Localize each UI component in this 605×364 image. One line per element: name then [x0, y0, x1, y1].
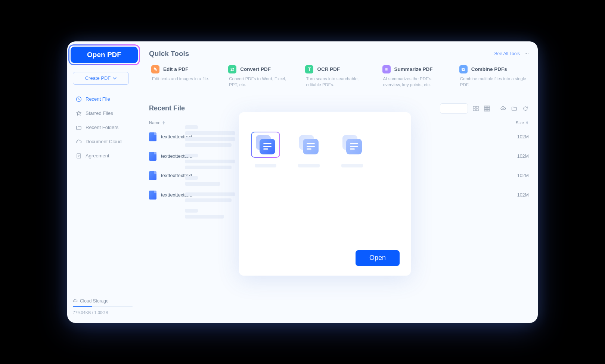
tool-title: Edit a PDF: [163, 66, 189, 72]
cloud-icon: [76, 139, 82, 145]
folder-open-icon[interactable]: [511, 105, 518, 112]
tool-desc: Edit texts and images in a file.: [151, 76, 218, 82]
tool-convert-pdf[interactable]: ⇄Convert PDF Convert PDFs to Word, Excel…: [226, 65, 298, 91]
nav-item-recent-file[interactable]: Recent File: [73, 93, 133, 106]
skeleton-group: [185, 154, 246, 169]
col-size-label: Size: [516, 120, 524, 125]
tool-desc: AI summarizes the PDF's overview, key po…: [382, 76, 450, 88]
pdf-file-icon: [149, 152, 156, 161]
highlight-ring: [68, 44, 140, 65]
see-all-tools-area: See All Tools ⋯: [494, 51, 529, 56]
svg-rect-12: [484, 110, 486, 111]
clock-icon: [76, 96, 82, 102]
pencil-icon: ✎: [151, 65, 159, 73]
tool-desc: Turn scans into searchable, editable PDF…: [305, 76, 372, 88]
app-window: Open PDF Create PDF Recent File Starred …: [67, 41, 538, 323]
document-icon: [251, 132, 280, 158]
modal-file-item[interactable]: [294, 132, 323, 167]
cloud-storage-label-row: Cloud Storage: [73, 298, 133, 304]
skeleton-panel: [185, 125, 246, 219]
nav-label: Starred Files: [86, 110, 113, 116]
combine-icon: ⧉: [459, 65, 468, 73]
cloud-upload-icon[interactable]: [500, 105, 506, 112]
tool-title: Summarize PDF: [394, 66, 433, 72]
pdf-file-icon: [149, 191, 156, 200]
create-pdf-button[interactable]: Create PDF: [73, 72, 129, 85]
quick-tools-title: Quick Tools: [149, 50, 189, 58]
summarize-icon: ≡: [382, 65, 391, 73]
tool-title: Combine PDFs: [471, 66, 507, 72]
convert-icon: ⇄: [228, 65, 236, 73]
col-name-label: Name: [149, 120, 161, 125]
file-label-placeholder: [255, 164, 276, 167]
see-all-tools-link[interactable]: See All Tools: [494, 51, 520, 56]
modal-file-grid: [251, 132, 399, 167]
list-view-icon[interactable]: [472, 105, 479, 112]
svg-rect-6: [484, 106, 486, 107]
tool-combine-pdfs[interactable]: ⧉Combine PDFs Combine multiple files int…: [457, 65, 529, 91]
skeleton-group: [185, 209, 246, 219]
nav-item-recent-folders[interactable]: Recent Folders: [73, 121, 133, 134]
skeleton-group: [185, 125, 246, 147]
document-icon: [294, 132, 323, 158]
tool-title: OCR PDF: [317, 66, 340, 72]
recent-title: Recent File: [149, 104, 185, 112]
file-size: 102M: [499, 173, 529, 178]
col-size-header[interactable]: Size▲▼: [499, 120, 529, 125]
nav-item-starred-files[interactable]: Starred Files: [73, 107, 133, 120]
tool-summarize-pdf[interactable]: ≡Summarize PDF AI summarizes the PDF's o…: [380, 65, 452, 91]
recent-controls: [440, 103, 529, 114]
chevron-down-icon: [113, 76, 117, 80]
svg-rect-4: [473, 109, 475, 111]
svg-rect-14: [488, 110, 490, 111]
file-size: 102M: [499, 134, 529, 139]
tool-title: Convert PDF: [240, 66, 271, 72]
svg-rect-3: [476, 106, 478, 108]
cloud-storage-bar: [73, 306, 133, 307]
svg-rect-11: [488, 108, 490, 109]
grid-view-icon[interactable]: [484, 105, 490, 112]
pdf-file-icon: [149, 171, 156, 180]
svg-rect-7: [486, 106, 488, 107]
modal-file-item[interactable]: [338, 132, 367, 167]
divider: [495, 106, 495, 112]
pdf-file-icon: [149, 132, 156, 141]
sort-icon: ▲▼: [162, 121, 165, 125]
svg-rect-13: [486, 110, 488, 111]
nav-label: Agreement: [86, 153, 109, 159]
cloud-storage-widget: Cloud Storage 779.04KB / 1.00GB: [73, 298, 133, 315]
ocr-icon: T: [305, 65, 313, 73]
open-button[interactable]: Open: [356, 250, 400, 266]
document-icon: [76, 153, 82, 159]
tool-edit-pdf[interactable]: ✎Edit a PDF Edit texts and images in a f…: [149, 65, 221, 91]
nav-label: Document Cloud: [86, 139, 122, 144]
refresh-icon[interactable]: [522, 105, 529, 112]
nav-item-document-cloud[interactable]: Document Cloud: [73, 135, 133, 148]
cloud-icon: [73, 298, 78, 303]
sidebar: Open PDF Create PDF Recent File Starred …: [67, 41, 138, 323]
svg-rect-8: [488, 106, 490, 107]
more-icon[interactable]: ⋯: [524, 51, 529, 56]
nav-label: Recent Folders: [86, 125, 118, 130]
cloud-storage-bar-fill: [73, 306, 92, 307]
file-picker-modal: Open: [239, 112, 411, 276]
folder-icon: [76, 125, 82, 131]
skeleton-group: [185, 176, 246, 186]
search-input[interactable]: [440, 103, 468, 114]
file-size: 102M: [499, 192, 529, 198]
nav-item-agreement[interactable]: Agreement: [73, 150, 133, 162]
cloud-storage-usage: 779.04KB / 1.00GB: [73, 310, 133, 315]
svg-rect-10: [486, 108, 488, 109]
tools-row: ✎Edit a PDF Edit texts and images in a f…: [149, 65, 529, 91]
quick-tools-header: Quick Tools See All Tools ⋯: [149, 50, 529, 58]
skeleton-group: [185, 192, 246, 202]
tool-ocr-pdf[interactable]: TOCR PDF Turn scans into searchable, edi…: [303, 65, 375, 91]
sort-icon: ▲▼: [525, 121, 529, 125]
open-pdf-button[interactable]: Open PDF: [71, 47, 138, 63]
svg-rect-1: [77, 154, 81, 158]
file-label-placeholder: [341, 164, 363, 167]
svg-rect-5: [476, 109, 478, 111]
cloud-storage-label: Cloud Storage: [80, 298, 109, 304]
file-size: 102M: [499, 154, 529, 159]
modal-file-item[interactable]: [251, 132, 280, 167]
